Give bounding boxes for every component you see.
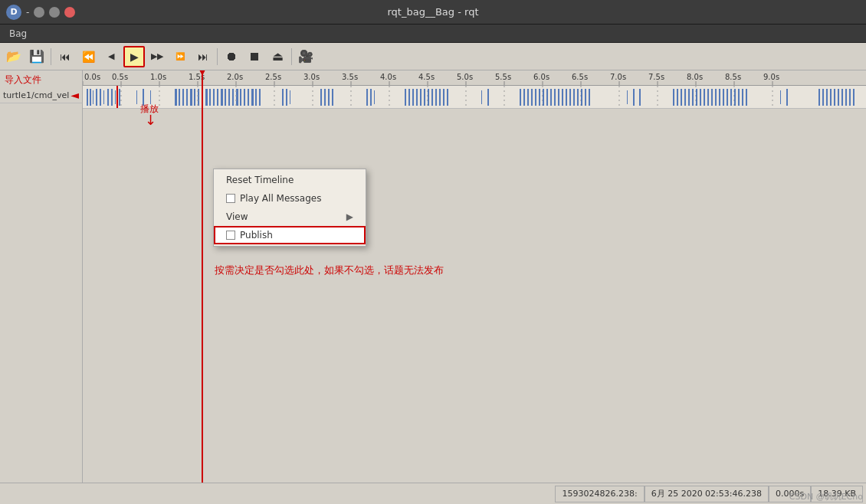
svg-rect-69 <box>244 89 245 106</box>
svg-rect-48 <box>136 90 137 104</box>
svg-rect-51 <box>175 89 177 106</box>
svg-rect-45 <box>111 89 113 106</box>
svg-rect-109 <box>431 89 433 106</box>
camera-button[interactable]: 🎥 <box>295 46 317 67</box>
svg-rect-102 <box>405 89 406 106</box>
playhead[interactable] <box>202 70 203 483</box>
publish-label: Publish <box>240 230 273 241</box>
svg-rect-46 <box>115 90 116 104</box>
minimize-button[interactable] <box>34 7 44 18</box>
record-button[interactable]: ⏺ <box>221 46 242 67</box>
next-frame-button[interactable]: ⏩ <box>169 46 191 67</box>
svg-rect-167 <box>845 89 847 106</box>
svg-rect-74 <box>282 89 284 106</box>
open-button[interactable]: 📂 <box>3 46 25 67</box>
svg-rect-119 <box>531 89 533 106</box>
forward-button[interactable]: ▶▶ <box>146 46 168 67</box>
svg-rect-61 <box>213 89 215 106</box>
svg-rect-113 <box>447 89 448 106</box>
svg-rect-79 <box>328 89 330 106</box>
svg-rect-110 <box>435 89 437 106</box>
annotation-arrow-down: ↓ <box>145 112 156 128</box>
svg-rect-165 <box>838 89 839 106</box>
svg-text:8.5s: 8.5s <box>725 73 741 81</box>
go-to-end-button[interactable]: ⏭ <box>192 46 214 67</box>
save-button[interactable]: 💾 <box>26 46 48 67</box>
window-controls <box>34 7 75 18</box>
svg-text:4.0s: 4.0s <box>380 73 396 81</box>
svg-rect-106 <box>420 89 422 106</box>
svg-rect-55 <box>190 89 192 106</box>
svg-rect-118 <box>527 89 529 106</box>
prev-button[interactable]: ⏪ <box>77 46 99 67</box>
svg-rect-82 <box>370 89 372 106</box>
topic-label: turtle1/cmd_vel ◄ <box>0 87 83 103</box>
eject-button[interactable]: ⏏ <box>267 46 288 67</box>
svg-rect-148 <box>711 89 713 106</box>
svg-rect-130 <box>573 89 575 106</box>
svg-rect-47 <box>119 89 120 106</box>
maximize-button[interactable] <box>49 7 60 18</box>
svg-rect-126 <box>558 89 559 106</box>
svg-text:9.0s: 9.0s <box>763 73 779 81</box>
svg-rect-145 <box>700 89 701 106</box>
svg-rect-78 <box>324 89 326 106</box>
close-button[interactable] <box>64 7 75 18</box>
toolbar-sep-1 <box>51 48 51 65</box>
svg-rect-137 <box>639 89 641 106</box>
svg-rect-154 <box>734 89 736 106</box>
publish-checkbox[interactable] <box>226 231 235 240</box>
context-menu-publish[interactable]: Publish <box>214 226 366 244</box>
time-ruler: 0.0s 0.5s 1.0s 1.5s 2.0s 2.5s 3.0s 3.5s … <box>83 70 866 86</box>
svg-rect-111 <box>439 89 441 106</box>
svg-text:6.0s: 6.0s <box>533 73 549 81</box>
svg-rect-39 <box>90 89 91 106</box>
play-all-messages-checkbox[interactable] <box>226 194 235 203</box>
svg-rect-146 <box>704 89 705 106</box>
svg-rect-59 <box>205 89 208 106</box>
context-menu-view[interactable]: View ▶ <box>214 208 366 226</box>
svg-rect-68 <box>240 89 241 106</box>
go-to-start-button[interactable]: ⏮ <box>54 46 76 67</box>
svg-rect-169 <box>853 89 855 106</box>
svg-rect-123 <box>546 89 548 106</box>
play-button[interactable]: ▶ <box>123 46 145 67</box>
watermark: CSDN @叽叽EChо <box>789 491 863 502</box>
svg-rect-160 <box>818 89 820 106</box>
svg-rect-164 <box>834 89 835 106</box>
svg-text:2.0s: 2.0s <box>227 73 243 81</box>
menubar: Bag <box>0 25 866 43</box>
svg-text:7.5s: 7.5s <box>648 73 664 81</box>
context-menu-reset-timeline[interactable]: Reset Timeline <box>214 171 366 189</box>
svg-rect-150 <box>719 89 720 106</box>
toolbar-sep-3 <box>291 48 292 65</box>
svg-rect-161 <box>822 89 824 106</box>
menu-bag[interactable]: Bag <box>3 27 33 41</box>
svg-rect-131 <box>577 89 579 106</box>
svg-rect-124 <box>550 89 552 106</box>
svg-rect-129 <box>569 89 571 106</box>
context-menu-play-all-messages[interactable]: Play All Messages <box>214 189 366 208</box>
track-area[interactable] <box>83 86 866 109</box>
back-button[interactable]: ◀ <box>100 46 122 67</box>
svg-text:0.5s: 0.5s <box>112 73 128 81</box>
timeline-container: 0.0s 0.5s 1.0s 1.5s 2.0s 2.5s 3.0s 3.5s … <box>83 70 866 483</box>
toolbar: 📂 💾 ⏮ ⏪ ◀ ▶ ▶▶ ⏩ ⏭ ⏺ ⏹ ⏏ 🎥 <box>0 43 866 70</box>
svg-rect-81 <box>366 89 368 106</box>
svg-rect-125 <box>554 89 556 106</box>
svg-rect-62 <box>217 89 218 106</box>
stop-button[interactable]: ⏹ <box>244 46 265 67</box>
svg-rect-163 <box>830 89 832 106</box>
svg-rect-63 <box>221 89 223 106</box>
svg-rect-104 <box>412 89 414 106</box>
view-submenu-arrow: ▶ <box>346 211 353 222</box>
svg-text:6.5s: 6.5s <box>572 73 588 81</box>
svg-text:5.0s: 5.0s <box>457 73 473 81</box>
help-button[interactable]: D <box>6 5 21 20</box>
svg-rect-166 <box>841 89 843 106</box>
svg-rect-132 <box>581 89 582 106</box>
svg-rect-52 <box>179 89 180 106</box>
status-datetime: 6月 25 2020 02:53:46.238 <box>645 486 769 502</box>
svg-rect-83 <box>374 90 375 104</box>
status-timestamp: 1593024826.238: <box>555 486 644 502</box>
